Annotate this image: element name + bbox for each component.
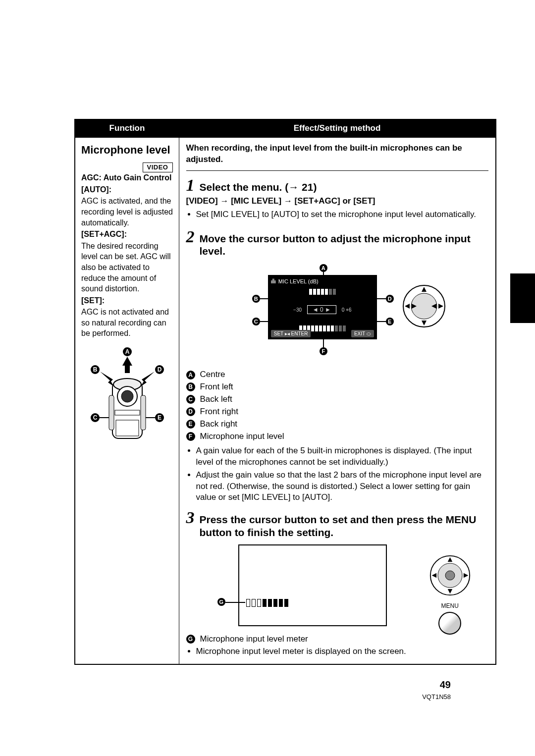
joystick-icon: [429, 554, 471, 596]
svg-text:A: A: [125, 348, 130, 355]
mic-legend: ACentre BFront left CBack left DFront ri…: [186, 369, 489, 442]
final-bullet: Microphone input level meter is displaye…: [186, 646, 489, 657]
joystick-icon: [402, 284, 446, 328]
svg-text:C: C: [93, 414, 98, 421]
menu-label: MENU: [429, 602, 471, 610]
step2-bullets: A gain value for each of the 5 built-in …: [186, 445, 489, 504]
menu-path: [VIDEO] → [MIC LEVEL] → [SET+AGC] or [SE…: [186, 196, 489, 207]
svg-marker-2: [122, 357, 132, 373]
menu-button-icon: [438, 612, 461, 635]
svg-text:D: D: [158, 366, 162, 373]
video-tag: VIDEO: [143, 162, 173, 173]
meter-diagram: G: [204, 544, 471, 629]
svg-rect-20: [109, 395, 114, 430]
function-title: Microphone level: [81, 143, 174, 158]
svg-marker-5: [100, 372, 114, 386]
side-tab-marker: [510, 273, 535, 323]
svg-point-18: [121, 390, 133, 402]
th-effect: Effect/Setting method: [179, 119, 496, 137]
mic-level-diagram: A B C D E F MIC LEVEL (dB): [228, 264, 446, 363]
settings-table: Function Effect/Setting method Microphon…: [74, 119, 496, 665]
step1-bullets: Set [MIC LEVEL] to [AUTO] to set the mic…: [186, 209, 489, 220]
th-function: Function: [75, 119, 179, 137]
document-code: VQT1N58: [422, 693, 451, 702]
step1-heading: 1 Select the menu. (→ 21): [186, 177, 489, 194]
step2-heading: 2 Move the cursor button to adjust the m…: [186, 228, 489, 257]
svg-point-37: [445, 571, 455, 580]
step3-heading: 3 Press the cursor button to set and the…: [186, 509, 489, 538]
svg-text:E: E: [158, 414, 161, 421]
svg-marker-8: [141, 372, 155, 386]
camera-mic-diagram: A B D C E: [81, 346, 174, 448]
svg-rect-21: [141, 395, 146, 430]
page-number: 49: [440, 678, 451, 692]
function-description: AGC: Auto Gain Control [AUTO]: AGC is ac…: [81, 172, 174, 339]
divider: [186, 170, 489, 171]
svg-text:B: B: [93, 366, 98, 373]
intro-text: When recording, the input level from the…: [186, 143, 489, 165]
